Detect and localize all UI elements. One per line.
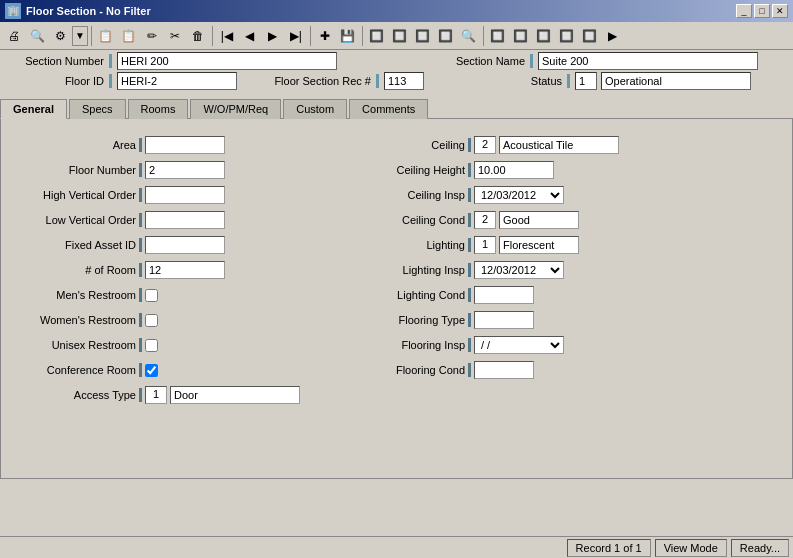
fixed-asset-id-input[interactable] — [145, 236, 225, 254]
header-row-1: Section Number Section Name — [4, 52, 789, 70]
access-type-input[interactable] — [170, 386, 300, 404]
ceiling-cond-input[interactable] — [499, 211, 579, 229]
tab-wo-pm-req[interactable]: W/O/PM/Req — [190, 99, 281, 119]
low-vertical-order-label: Low Vertical Order — [21, 214, 136, 226]
sep2 — [212, 26, 213, 46]
title-bar: 🏢 Floor Section - No Filter _ □ ✕ — [0, 0, 793, 22]
flooring-type-row: Flooring Type — [350, 309, 619, 331]
num-of-room-label: # of Room — [21, 264, 136, 276]
minimize-button[interactable]: _ — [736, 4, 752, 18]
floor-number-input[interactable] — [145, 161, 225, 179]
sep-lc — [468, 288, 471, 302]
save-button[interactable]: 💾 — [337, 25, 359, 47]
floor-id-input[interactable] — [117, 72, 237, 90]
tab-specs[interactable]: Specs — [69, 99, 126, 119]
lighting-label: Lighting — [350, 239, 465, 251]
close-button[interactable]: ✕ — [772, 4, 788, 18]
sep-cr — [139, 363, 142, 377]
lighting-row: Lighting 1 — [350, 234, 619, 256]
num-of-room-input[interactable] — [145, 261, 225, 279]
section-number-input[interactable] — [117, 52, 337, 70]
high-vertical-order-input[interactable] — [145, 186, 225, 204]
sep-ch — [468, 163, 471, 177]
sep-fc — [468, 363, 471, 377]
tool9-button[interactable]: 🔲 — [556, 25, 578, 47]
tool5-button[interactable]: 🔍 — [458, 25, 480, 47]
tab-custom[interactable]: Custom — [283, 99, 347, 119]
tool6-button[interactable]: 🔲 — [487, 25, 509, 47]
unisex-restroom-label: Unisex Restroom — [21, 339, 136, 351]
flooring-cond-row: Flooring Cond — [350, 359, 619, 381]
tool3-button[interactable]: 🔲 — [412, 25, 434, 47]
lighting-insp-dropdown[interactable]: 12/03/2012 — [474, 261, 564, 279]
ceiling-height-row: Ceiling Height — [350, 159, 619, 181]
tabs-row: General Specs Rooms W/O/PM/Req Custom Co… — [0, 98, 793, 119]
settings-button[interactable]: ⚙ — [49, 25, 71, 47]
status-value-input[interactable] — [601, 72, 751, 90]
sep-mr — [139, 288, 142, 302]
sep-nor — [139, 263, 142, 277]
conference-room-checkbox[interactable] — [145, 364, 158, 377]
mens-restroom-label: Men's Restroom — [21, 289, 136, 301]
delete-button[interactable]: 🗑 — [187, 25, 209, 47]
floor-id-label: Floor ID — [4, 75, 104, 87]
header-row-2: Floor ID Floor Section Rec # Status — [4, 72, 789, 90]
womens-restroom-checkbox[interactable] — [145, 314, 158, 327]
flooring-type-label: Flooring Type — [350, 314, 465, 326]
section-number-label: Section Number — [4, 55, 104, 67]
lighting-cond-input[interactable] — [474, 286, 534, 304]
sep-ci — [468, 188, 471, 202]
tab-general[interactable]: General — [0, 99, 67, 119]
nav-prev-button[interactable]: ◀ — [239, 25, 261, 47]
title-bar-buttons[interactable]: _ □ ✕ — [736, 4, 788, 18]
area-label: Area — [21, 139, 136, 151]
flooring-insp-dropdown[interactable]: / / — [474, 336, 564, 354]
filter-dropdown[interactable]: ▼ — [72, 26, 88, 46]
access-type-num: 1 — [145, 386, 167, 404]
ceiling-height-input[interactable] — [474, 161, 554, 179]
flooring-insp-row: Flooring Insp / / — [350, 334, 619, 356]
floor-section-rec-input[interactable] — [384, 72, 424, 90]
nav-first-button[interactable]: |◀ — [216, 25, 238, 47]
lighting-num: 1 — [474, 236, 496, 254]
status-label: Status — [462, 75, 562, 87]
fixed-asset-id-label: Fixed Asset ID — [21, 239, 136, 251]
run-button[interactable]: ▶ — [602, 25, 624, 47]
title-bar-left: 🏢 Floor Section - No Filter — [5, 3, 151, 19]
section-name-input[interactable] — [538, 52, 758, 70]
copy-button[interactable]: 📋 — [95, 25, 117, 47]
ceiling-insp-dropdown[interactable]: 12/03/2012 — [474, 186, 564, 204]
nav-last-button[interactable]: ▶| — [285, 25, 307, 47]
access-type-row: Access Type 1 — [21, 384, 300, 406]
status-num-input[interactable] — [575, 72, 597, 90]
low-vertical-order-input[interactable] — [145, 211, 225, 229]
tool2-button[interactable]: 🔲 — [389, 25, 411, 47]
tool7-button[interactable]: 🔲 — [510, 25, 532, 47]
mens-restroom-checkbox[interactable] — [145, 289, 158, 302]
ready-status: Ready... — [731, 539, 789, 557]
record-status: Record 1 of 1 — [567, 539, 651, 557]
nav-next-button[interactable]: ▶ — [262, 25, 284, 47]
print-button[interactable]: 🖨 — [3, 25, 25, 47]
unisex-restroom-checkbox[interactable] — [145, 339, 158, 352]
paste-button[interactable]: 📋 — [118, 25, 140, 47]
tool8-button[interactable]: 🔲 — [533, 25, 555, 47]
ceiling-insp-label: Ceiling Insp — [350, 189, 465, 201]
ceiling-label: Ceiling — [350, 139, 465, 151]
tab-comments[interactable]: Comments — [349, 99, 428, 119]
tool1-button[interactable]: 🔲 — [366, 25, 388, 47]
flooring-cond-input[interactable] — [474, 361, 534, 379]
flooring-type-input[interactable] — [474, 311, 534, 329]
sep-lt — [468, 238, 471, 252]
tool10-button[interactable]: 🔲 — [579, 25, 601, 47]
find-button[interactable]: 🔍 — [26, 25, 48, 47]
tab-rooms[interactable]: Rooms — [128, 99, 189, 119]
tool4-button[interactable]: 🔲 — [435, 25, 457, 47]
cut-button[interactable]: ✂ — [164, 25, 186, 47]
maximize-button[interactable]: □ — [754, 4, 770, 18]
area-input[interactable] — [145, 136, 225, 154]
ceiling-input[interactable] — [499, 136, 619, 154]
edit-button[interactable]: ✏ — [141, 25, 163, 47]
add-button[interactable]: ✚ — [314, 25, 336, 47]
lighting-input[interactable] — [499, 236, 579, 254]
